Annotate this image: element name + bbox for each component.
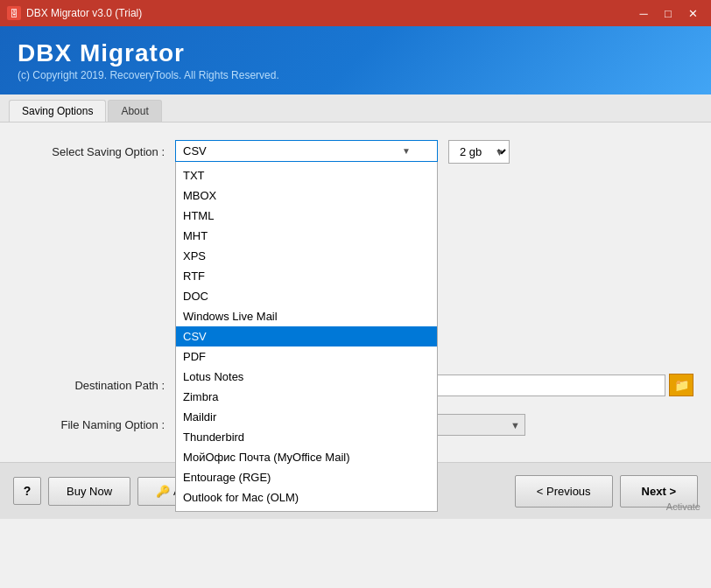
app-title: DBX Migrator (18, 39, 693, 67)
dropdown-item[interactable]: DOC (176, 286, 437, 306)
activate-watermark: Activate (666, 501, 700, 512)
dropdown-item[interactable]: Windows Live Mail (176, 306, 437, 326)
dropdown-item[interactable]: XPS (176, 246, 437, 266)
tab-bar: Saving Options About (0, 94, 711, 122)
minimize-button[interactable]: ─ (632, 4, 655, 22)
browse-button[interactable]: 📁 (669, 374, 693, 396)
close-button[interactable]: ✕ (681, 4, 704, 22)
dropdown-item[interactable]: МойОфис Почта (MyOffice Mail) (176, 447, 437, 467)
dropdown-item[interactable]: MBOX (176, 186, 437, 206)
app-header: DBX Migrator (c) Copyright 2019. Recover… (0, 26, 711, 94)
saving-option-label: Select Saving Option : (18, 145, 175, 158)
dropdown-item[interactable]: Entourage (RGE) (176, 467, 437, 487)
destination-label: Destination Path : (18, 379, 175, 392)
dropdown-item[interactable]: Gmail (176, 508, 437, 512)
main-content: Select Saving Option : CSV ▼ MSGEMLEMLXT… (0, 122, 711, 519)
maximize-button[interactable]: □ (657, 4, 679, 22)
size-option-select[interactable]: 2 gb1 gb512 mb256 mb (448, 140, 510, 164)
dropdown-item[interactable]: Zimbra (176, 387, 437, 407)
key-icon: 🔑 (156, 485, 170, 498)
dropdown-selected-value: CSV (183, 144, 207, 158)
folder-icon: 📁 (674, 378, 689, 392)
title-bar: 🗄 DBX Migrator v3.0 (Trial) ─ □ ✕ (0, 0, 711, 26)
tab-saving-options[interactable]: Saving Options (9, 100, 106, 122)
dropdown-arrow-icon: ▼ (402, 146, 411, 156)
dropdown-item[interactable]: Maildir (176, 407, 437, 427)
dropdown-item[interactable]: Lotus Notes (176, 367, 437, 387)
dropdown-item[interactable]: Outlook for Mac (OLM) (176, 487, 437, 508)
file-naming-label: File Naming Option : (18, 418, 175, 431)
dropdown-item[interactable]: Thunderbird (176, 427, 437, 447)
title-bar-text: DBX Migrator v3.0 (Trial) (26, 7, 142, 19)
tab-about[interactable]: About (108, 100, 161, 122)
buy-now-button[interactable]: Buy Now (48, 477, 130, 506)
dropdown-item[interactable]: CSV (176, 326, 437, 346)
saving-option-row: Select Saving Option : CSV ▼ MSGEMLEMLXT… (18, 140, 693, 164)
dropdown-item[interactable]: RTF (176, 266, 437, 286)
help-button[interactable]: ? (13, 477, 41, 505)
dropdown-item[interactable]: HTML (176, 206, 437, 226)
saving-option-dropdown[interactable]: CSV ▼ (175, 140, 438, 162)
dropdown-list[interactable]: MSGEMLEMLXTXTMBOXHTMLMHTXPSRTFDOCWindows… (175, 162, 438, 512)
dropdown-item[interactable]: TXT (176, 165, 437, 186)
dropdown-item[interactable]: PDF (176, 346, 437, 367)
app-icon: 🗄 (7, 6, 21, 20)
previous-button[interactable]: < Previous (515, 475, 613, 508)
app-subtitle: (c) Copyright 2019. RecoveryTools. All R… (18, 69, 693, 81)
dropdown-item[interactable]: MHT (176, 226, 437, 246)
